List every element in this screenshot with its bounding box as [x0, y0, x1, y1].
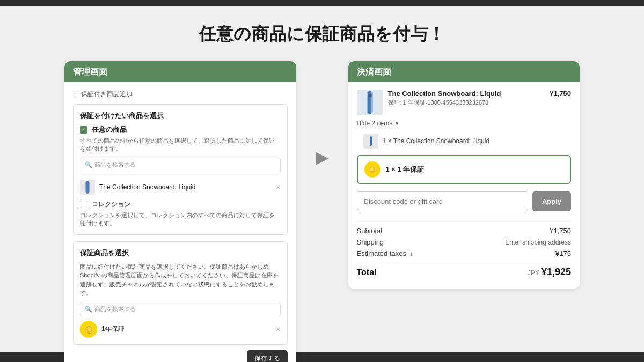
- any-product-row: 任意の商品: [80, 125, 281, 135]
- save-button[interactable]: 保存する: [247, 350, 288, 362]
- warranty-search-placeholder: 商品を検索する: [94, 305, 136, 313]
- subtotal-label: Subtotal: [357, 227, 383, 235]
- admin-panel: 管理画面 ← 保証付き商品追加 保証を付けたい商品を選択 任意の商品 すべての商…: [64, 61, 296, 362]
- warranty-product-name: 1年保証: [101, 324, 272, 334]
- top-bar: [0, 0, 644, 6]
- search-icon: 🔍: [85, 161, 92, 168]
- save-btn-row: 保存する: [73, 350, 288, 362]
- warranty-row-checkout: 🪙 1 × 1 年保証: [357, 155, 572, 184]
- arrow-container: ▶: [316, 61, 329, 167]
- subtotal-value: ¥1,750: [550, 227, 571, 235]
- panels-row: 管理画面 ← 保証付き商品追加 保証を付けたい商品を選択 任意の商品 すべての商…: [64, 61, 580, 362]
- product-row: The Collection Snowboard: Liquid ×: [80, 176, 281, 198]
- warranty-product-row: 🪙 1年保証 ×: [80, 321, 281, 338]
- total-value: JPY¥1,925: [528, 267, 571, 278]
- product-thumbnail: [80, 180, 95, 195]
- warranty-select-title: 保証商品を選択: [80, 248, 281, 258]
- admin-panel-label: 管理画面: [73, 67, 107, 76]
- subtotal-row: Subtotal ¥1,750: [357, 227, 572, 235]
- taxes-label: Estimated taxes ℹ: [357, 249, 413, 257]
- any-product-label: 任意の商品: [92, 125, 127, 135]
- product-select-title: 保証を付けたい商品を選択: [80, 111, 281, 121]
- shipping-value: Enter shipping address: [505, 239, 571, 246]
- warranty-checkout-text: 1 × 1 年保証: [386, 165, 425, 174]
- warranty-desc: 商品に紐付けたい保証商品を選択してください。保証商品はあらかじめ Shopify…: [80, 262, 281, 298]
- product-search-placeholder: 商品を検索する: [94, 161, 136, 169]
- checkout-panel-label: 決済画面: [357, 67, 391, 76]
- totals-section: Subtotal ¥1,750 Shipping Enter shipping …: [357, 220, 572, 278]
- checkout-product-warranty-info: 保証: 1 年保証-1000-45543333232878: [388, 99, 545, 107]
- hide-items-link[interactable]: Hide 2 items ∧: [357, 120, 572, 127]
- warranty-search-box[interactable]: 🔍 商品を検索する: [80, 302, 281, 316]
- admin-panel-header: 管理画面: [64, 61, 296, 82]
- back-link[interactable]: ← 保証付き商品追加: [73, 90, 288, 99]
- checkout-product-info: The Collection Snowboard: Liquid 保証: 1 年…: [388, 90, 545, 107]
- warranty-section: 保証商品を選択 商品に紐付けたい保証商品を選択してください。保証商品はあらかじめ…: [73, 241, 288, 345]
- page-title: 任意の商品に保証商品を付与！: [199, 23, 445, 46]
- checkout-product-main: The Collection Snowboard: Liquid 保証: 1 年…: [357, 90, 572, 115]
- checkout-body: The Collection Snowboard: Liquid 保証: 1 年…: [348, 82, 580, 289]
- checkout-panel: 決済画面 The Collection Snowboard: Liquid 保: [348, 61, 580, 289]
- discount-row: Apply: [357, 191, 572, 211]
- sub-items: 1 × The Collection Snowboard: Liquid: [357, 131, 572, 151]
- discount-input[interactable]: [357, 191, 528, 211]
- checkout-product-name: The Collection Snowboard: Liquid: [388, 90, 545, 98]
- collection-checkbox-row: コレクション: [80, 200, 281, 209]
- warranty-remove-button[interactable]: ×: [276, 325, 280, 334]
- taxes-info-icon: ℹ: [411, 250, 413, 257]
- any-product-checkbox[interactable]: [80, 126, 87, 134]
- any-product-desc: すべての商品の中から任意の商品を選択して、選択した商品に対して保証を紐付けます。: [80, 137, 281, 153]
- collection-section: コレクション コレクションを選択して、コレクション内のすべての商品に対して保証を…: [80, 200, 281, 228]
- product-select-section: 保証を付けたい商品を選択 任意の商品 すべての商品の中から任意の商品を選択して、…: [73, 104, 288, 235]
- arrow-icon: ▶: [316, 147, 329, 167]
- checkout-product-image: [357, 90, 383, 115]
- collection-label: コレクション: [92, 200, 130, 209]
- svg-rect-4: [368, 94, 372, 97]
- sub-item-1-text: 1 × The Collection Snowboard: Liquid: [383, 137, 490, 145]
- sub-item-1: 1 × The Collection Snowboard: Liquid: [363, 131, 572, 151]
- total-label: Total: [357, 268, 377, 277]
- total-row: Total JPY¥1,925: [357, 262, 572, 278]
- warranty-search-icon: 🔍: [85, 306, 92, 313]
- apply-button[interactable]: Apply: [532, 191, 571, 211]
- svg-rect-5: [370, 136, 372, 146]
- warranty-checkout-badge: 🪙: [364, 161, 380, 178]
- admin-panel-body: ← 保証付き商品追加 保証を付けたい商品を選択 任意の商品 すべての商品の中から…: [64, 82, 296, 362]
- taxes-value: ¥175: [555, 249, 571, 257]
- warranty-thumbnail: 🪙: [80, 321, 97, 338]
- product-remove-button[interactable]: ×: [276, 183, 280, 191]
- product-search-box[interactable]: 🔍 商品を検索する: [80, 158, 281, 172]
- main-content: 任意の商品に保証商品を付与！ 管理画面 ← 保証付き商品追加 保証を付けたい商品…: [0, 6, 644, 352]
- svg-rect-1: [85, 182, 90, 193]
- collection-desc: コレクションを選択して、コレクション内のすべての商品に対して保証を紐付けます。: [80, 211, 281, 228]
- sub-item-1-thumb: [363, 134, 378, 149]
- checkout-panel-header: 決済画面: [348, 61, 580, 82]
- shipping-row: Shipping Enter shipping address: [357, 238, 572, 246]
- product-name: The Collection Snowboard: Liquid: [99, 183, 272, 191]
- shipping-label: Shipping: [357, 238, 384, 246]
- collection-checkbox[interactable]: [80, 201, 87, 208]
- checkout-product-price: ¥1,750: [550, 90, 571, 98]
- total-currency: JPY: [528, 269, 539, 277]
- taxes-row: Estimated taxes ℹ ¥175: [357, 249, 572, 257]
